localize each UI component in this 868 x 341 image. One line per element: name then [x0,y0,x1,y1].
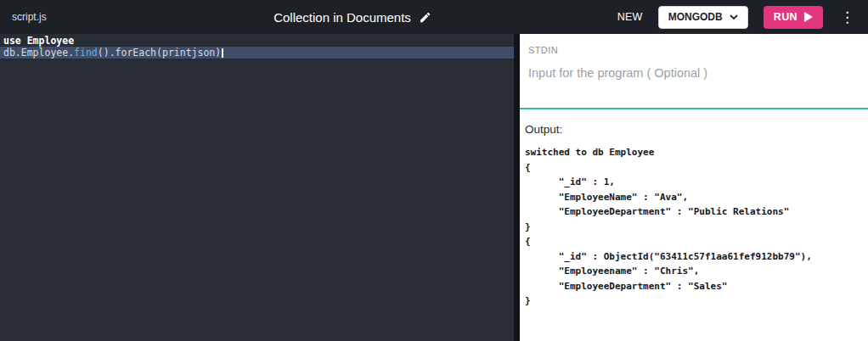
code-token: ().forEach(printjson) [98,47,221,59]
code-token: db.Employee. [3,47,74,59]
code-editor[interactable]: use Employeedb.Employee.find().forEach(p… [0,34,514,341]
language-dropdown-value: MONGODB [668,11,723,23]
chevron-down-icon [730,14,738,20]
top-bar: script.js Collection in Documents NEW MO… [0,0,868,34]
new-button[interactable]: NEW [617,11,643,23]
stdin-input-placeholder[interactable]: Input for the program ( Optional ) [528,66,860,80]
output-section: Output: switched to db Employee { "_id" … [520,109,868,309]
page-title: Collection in Documents [273,10,411,25]
file-tab-scriptjs[interactable]: script.js [0,0,59,34]
code-line[interactable]: use Employee [0,35,514,47]
run-button[interactable]: RUN [764,6,823,29]
code-line[interactable]: db.Employee.find().forEach(printjson) [0,47,514,59]
topbar-actions: NEW MONGODB RUN ⋮ [617,6,868,29]
panel-divider[interactable] [514,34,520,341]
edit-title-icon[interactable] [419,11,431,24]
code-lines: use Employeedb.Employee.find().forEach(p… [0,35,514,59]
output-text: switched to db Employee { "_id" : 1, "Em… [525,145,863,309]
text-cursor [222,48,223,58]
title-area: Collection in Documents [273,0,431,34]
output-label: Output: [525,123,863,136]
kebab-menu-icon[interactable]: ⋮ [838,10,856,25]
code-token: find [74,47,98,59]
stdin-section[interactable]: STDIN Input for the program ( Optional ) [520,34,868,109]
language-dropdown[interactable]: MONGODB [658,6,748,29]
io-panel: STDIN Input for the program ( Optional )… [520,34,868,341]
play-icon [804,12,813,22]
stdin-label: STDIN [528,45,860,55]
code-token: use Employee [3,35,74,47]
run-button-label: RUN [774,11,798,23]
